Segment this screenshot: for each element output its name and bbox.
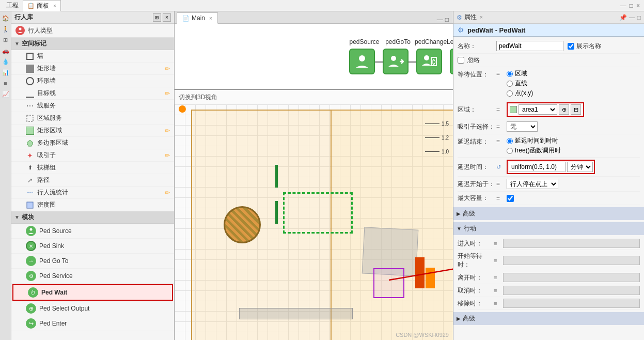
- path-icon: ↗: [26, 176, 34, 184]
- delay-time-icon[interactable]: ↺: [496, 164, 507, 171]
- sim-purple-rect[interactable]: [373, 268, 404, 298]
- show-name-checkbox[interactable]: [568, 43, 574, 50]
- delay-time-unit-dropdown[interactable]: 分钟 秒 小时: [567, 162, 593, 172]
- sidebar-icon-graph[interactable]: 📈: [1, 89, 10, 99]
- switch-3d-button[interactable]: 切换到3D视角: [179, 93, 217, 102]
- rect-area-edit[interactable]: ✏: [165, 127, 170, 134]
- area-edit-btn[interactable]: ⊕: [559, 104, 569, 115]
- node-ped-source[interactable]: [349, 49, 375, 74]
- area-dropdown[interactable]: area1: [519, 104, 557, 115]
- attractor-edit[interactable]: ✏: [165, 152, 170, 159]
- delay-end-free-option[interactable]: free()函数调用时: [507, 146, 561, 155]
- ignore-checkbox[interactable]: [458, 57, 464, 64]
- action-cancel-label: 取消时：: [458, 286, 494, 295]
- sidebar-icon-grid[interactable]: ⊞: [1, 35, 10, 44]
- spatial-item-path[interactable]: ↗ 路径: [11, 174, 174, 187]
- props-icon-btn-3[interactable]: □: [637, 14, 641, 21]
- module-item-ped-service[interactable]: ⚙ Ped Service: [11, 269, 174, 284]
- wait-pos-area-option[interactable]: 区域: [507, 69, 533, 78]
- sidebar-icon-drop[interactable]: 💧: [1, 57, 10, 66]
- module-item-ped-enter[interactable]: ↪ Ped Enter: [11, 316, 174, 331]
- attractor-dropdown[interactable]: 无: [507, 121, 538, 132]
- delay-start-dropdown[interactable]: 行人停在点上: [507, 179, 558, 189]
- module-item-ped-select-output[interactable]: ⊕ Ped Select Output: [11, 301, 174, 316]
- spatial-item-area-service[interactable]: 区域服务: [11, 112, 174, 125]
- library-item-person-type[interactable]: 行人类型: [11, 24, 174, 38]
- spatial-section-title: 空间标记: [22, 39, 46, 48]
- spatial-item-line-service[interactable]: ⋯ 线服务: [11, 100, 174, 112]
- node-ped-goto[interactable]: [383, 49, 409, 74]
- spatial-item-rect-wall[interactable]: 矩形墙 ✏: [11, 63, 174, 75]
- menu-engineering[interactable]: 工程: [2, 0, 23, 11]
- props-icon-btn-2[interactable]: —: [629, 14, 635, 21]
- module-item-ped-wait[interactable]: ⏱ Ped Wait: [12, 284, 173, 301]
- delay-time-input[interactable]: [509, 162, 566, 172]
- max-cap-checkbox[interactable]: [507, 195, 514, 202]
- action-remove-eq: ≡: [494, 300, 503, 306]
- simulation-area[interactable]: 切换到3D视角: [175, 90, 453, 340]
- module-section-header[interactable]: ▼ 模块: [11, 211, 174, 224]
- spatial-item-escalator[interactable]: ⬆ 扶梯组: [11, 162, 174, 174]
- spatial-item-poly-area[interactable]: 多边形区域: [11, 137, 174, 149]
- action-leave-input[interactable]: [503, 273, 640, 282]
- sidebar-icon-person[interactable]: 🚶: [1, 24, 10, 34]
- module-item-ped-goto[interactable]: → Ped Go To: [11, 254, 174, 269]
- spatial-item-density[interactable]: 密度图: [11, 199, 174, 211]
- more-label: 高级: [463, 314, 475, 323]
- module-expand-icon: ▼: [14, 214, 20, 220]
- module-item-ped-sink[interactable]: ✕ Ped Sink: [11, 239, 174, 254]
- sidebar-icon-chart[interactable]: 📊: [1, 68, 10, 77]
- sidebar-icon-car[interactable]: 🚗: [1, 46, 10, 55]
- flow-edit[interactable]: ✏: [165, 189, 170, 196]
- node-ped-change-level[interactable]: [416, 49, 442, 74]
- spatial-section-header[interactable]: ▼ 空间标记: [11, 38, 174, 50]
- action-cancel-input[interactable]: [503, 286, 640, 295]
- canvas-tab-main[interactable]: 📄 Main ×: [177, 12, 218, 24]
- area-service-icon: [26, 114, 34, 122]
- menu-panel[interactable]: 面板: [37, 2, 49, 10]
- spatial-item-attractor[interactable]: ✦ 吸引子 ✏: [11, 149, 174, 162]
- name-input[interactable]: [496, 41, 563, 51]
- spatial-item-flow[interactable]: 〰 行人流统计 ✏: [11, 187, 174, 199]
- canvas-minimize[interactable]: —: [437, 16, 443, 23]
- component-title: pedWait - PedWait: [467, 26, 525, 34]
- canvas-maximize[interactable]: □: [445, 16, 449, 23]
- action-remove-input[interactable]: [503, 299, 640, 308]
- module-item-ped-source[interactable]: Ped Source: [11, 224, 174, 239]
- action-start-wait-input[interactable]: [503, 256, 640, 265]
- panel-close-btn[interactable]: ×: [163, 13, 171, 22]
- wait-pos-line-option[interactable]: 直线: [507, 79, 533, 88]
- panel-grid-btn[interactable]: ⊞: [153, 13, 161, 22]
- window-controls[interactable]: — □ ×: [620, 2, 642, 9]
- wait-pos-point-label: 点(x,y): [515, 89, 533, 98]
- sidebar-icon-list[interactable]: ≡: [1, 79, 10, 88]
- scale-line-1: [425, 123, 439, 124]
- panel-tab-close[interactable]: ×: [53, 3, 56, 9]
- wait-pos-point-option[interactable]: 点(x,y): [507, 89, 533, 98]
- more-section-header[interactable]: ▶ 高级: [453, 312, 644, 325]
- ped-service-label: Ped Service: [39, 272, 73, 280]
- area-select-btn[interactable]: ⊟: [571, 104, 581, 115]
- delay-end-time-option[interactable]: 延迟时间到时时: [507, 136, 561, 145]
- attractor-icon: ✦: [26, 151, 34, 160]
- spatial-item-rect-area[interactable]: 矩形区域 ✏: [11, 125, 174, 137]
- props-icon-btn-1[interactable]: 📌: [619, 14, 627, 21]
- rect-wall-edit[interactable]: ✏: [165, 65, 170, 72]
- sidebar-icon-home[interactable]: 🏠: [1, 13, 10, 23]
- target-line-edit[interactable]: ✏: [165, 90, 170, 97]
- ped-wait-icon: ⏱: [28, 287, 38, 298]
- spatial-item-ring-wall[interactable]: 环形墙: [11, 75, 174, 87]
- delay-end-eq: =: [496, 136, 507, 145]
- node-ped-goto1[interactable]: [450, 49, 453, 74]
- rect-area-label: 矩形区域: [37, 126, 62, 135]
- spatial-item-target-line[interactable]: 目标线 ✏: [11, 87, 174, 100]
- properties-tab-close[interactable]: ×: [480, 14, 483, 20]
- action-section-header[interactable]: ▼ 行动: [453, 222, 644, 235]
- advanced-section-header[interactable]: ▶ 高级: [453, 207, 644, 220]
- sim-circle-shape: [224, 206, 261, 243]
- sim-dashed-rect[interactable]: [283, 192, 353, 234]
- action-enter-input[interactable]: [503, 239, 640, 248]
- target-line-icon: [26, 89, 34, 98]
- spatial-item-wall[interactable]: 墙: [11, 50, 174, 63]
- main-tab-close[interactable]: ×: [209, 16, 212, 21]
